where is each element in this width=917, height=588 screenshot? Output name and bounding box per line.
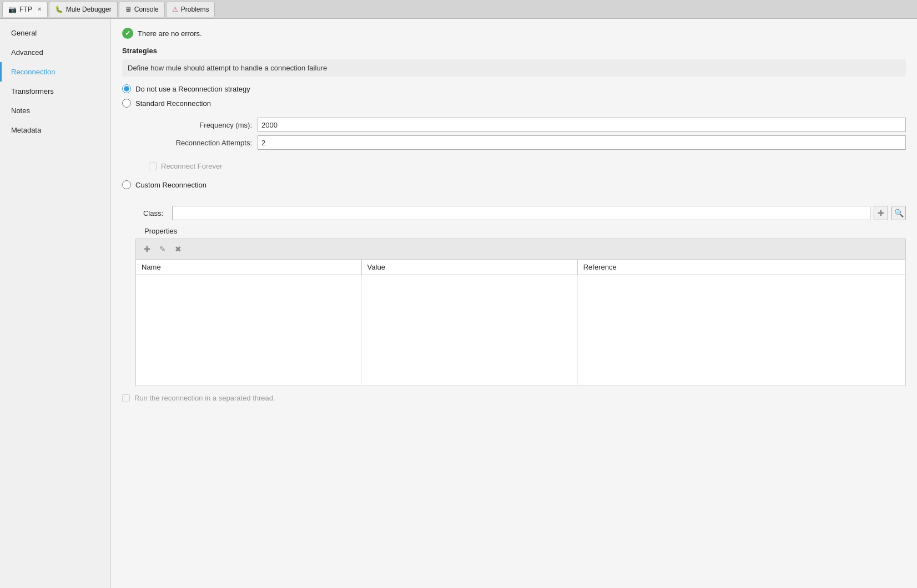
frequency-label: Frequency (ms): — [135, 121, 258, 129]
reconnect-forever-label: Reconnect Forever — [161, 162, 223, 170]
sidebar-item-advanced[interactable]: Advanced — [0, 43, 110, 62]
col-name: Name — [136, 260, 362, 275]
attempts-label: Reconnection Attempts: — [135, 139, 258, 147]
radio-none-label: Do not use a Reconnection strategy — [135, 85, 250, 93]
status-icon — [122, 28, 133, 39]
frequency-row: Frequency (ms): — [135, 118, 906, 132]
sidebar-item-transformers[interactable]: Transformers — [0, 82, 110, 101]
radio-custom-label: Custom Reconnection — [135, 181, 206, 189]
status-message: There are no errors. — [138, 29, 202, 38]
properties-section: Properties ✚ ✎ ✖ — [135, 227, 906, 386]
run-thread-checkbox[interactable] — [122, 394, 130, 402]
prop-add-button[interactable]: ✚ — [140, 242, 154, 256]
radio-option-none[interactable]: Do not use a Reconnection strategy — [122, 84, 906, 93]
tab-mule-debugger[interactable]: 🐛 Mule Debugger — [49, 2, 118, 17]
reconnect-forever-checkbox[interactable] — [149, 163, 157, 170]
properties-table: Name Value Reference — [135, 259, 906, 386]
search-icon: 🔍 — [894, 209, 904, 217]
run-checkbox-row: Run the reconnection in a separated thre… — [122, 394, 906, 402]
ftp-icon: 📷 — [8, 6, 17, 13]
properties-title: Properties — [144, 227, 906, 235]
col-value: Value — [361, 260, 577, 275]
empty-row — [136, 275, 906, 386]
content-area: There are no errors. Strategies Define h… — [111, 19, 917, 588]
main-container: General Advanced Reconnection Transforme… — [0, 19, 917, 588]
tab-ftp-label: FTP — [19, 6, 32, 13]
tab-bar: 📷 FTP ✕ 🐛 Mule Debugger 🖥 Console ⚠ Prob… — [0, 0, 917, 19]
tab-problems[interactable]: ⚠ Problems — [166, 2, 215, 17]
description-text: Define how mule should attempt to handle… — [122, 59, 906, 77]
debug-icon: 🐛 — [55, 6, 63, 13]
standard-fields: Frequency (ms): Reconnection Attempts: — [135, 118, 906, 153]
prop-delete-button[interactable]: ✖ — [172, 242, 185, 256]
class-label: Class: — [135, 209, 169, 217]
sidebar: General Advanced Reconnection Transforme… — [0, 19, 111, 588]
tab-mule-debugger-label: Mule Debugger — [66, 6, 112, 13]
strategies-title: Strategies — [122, 47, 906, 55]
reconnect-forever-row: Reconnect Forever — [149, 162, 906, 170]
run-thread-label: Run the reconnection in a separated thre… — [134, 394, 275, 402]
radio-none[interactable] — [122, 84, 131, 93]
radio-custom[interactable] — [122, 180, 131, 189]
radio-standard-label: Standard Reconnection — [135, 99, 211, 108]
sidebar-item-reconnection[interactable]: Reconnection — [0, 62, 110, 82]
frequency-input[interactable] — [258, 118, 906, 132]
custom-reconnection-section: Class: ✚ 🔍 Properties ✚ — [122, 201, 906, 386]
problems-icon: ⚠ — [172, 6, 178, 13]
tab-problems-label: Problems — [181, 6, 209, 13]
sidebar-item-notes[interactable]: Notes — [0, 101, 110, 120]
class-add-button[interactable]: ✚ — [874, 206, 888, 220]
class-row: Class: ✚ 🔍 — [135, 206, 906, 220]
tab-console-label: Console — [134, 6, 159, 13]
prop-edit-button[interactable]: ✎ — [156, 242, 169, 256]
col-reference: Reference — [577, 260, 905, 275]
status-row: There are no errors. — [122, 28, 906, 39]
radio-standard[interactable] — [122, 99, 131, 108]
plus-icon: ✚ — [878, 209, 884, 217]
attempts-input[interactable] — [258, 135, 906, 150]
prop-edit-icon: ✎ — [159, 245, 166, 254]
radio-option-standard[interactable]: Standard Reconnection — [122, 99, 906, 108]
sidebar-item-metadata[interactable]: Metadata — [0, 120, 110, 140]
sidebar-item-general[interactable]: General — [0, 23, 110, 43]
class-search-button[interactable]: 🔍 — [891, 206, 906, 220]
tab-ftp-close[interactable]: ✕ — [37, 6, 42, 12]
prop-add-icon: ✚ — [144, 245, 150, 254]
radio-option-custom[interactable]: Custom Reconnection — [122, 180, 906, 189]
class-input[interactable] — [172, 206, 870, 220]
tab-console[interactable]: 🖥 Console — [119, 2, 165, 17]
radio-group: Do not use a Reconnection strategy Stand… — [122, 84, 906, 386]
tab-ftp[interactable]: 📷 FTP ✕ — [2, 2, 48, 17]
attempts-row: Reconnection Attempts: — [135, 135, 906, 150]
console-icon: 🖥 — [125, 6, 132, 13]
properties-toolbar: ✚ ✎ ✖ — [135, 239, 906, 259]
prop-delete-icon: ✖ — [175, 245, 182, 254]
